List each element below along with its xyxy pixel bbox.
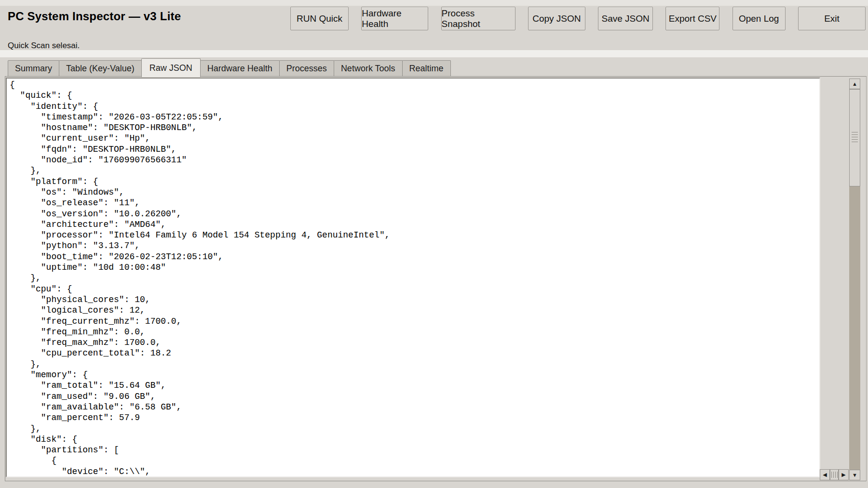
right-arrow-icon: ▶	[841, 472, 845, 478]
tab-bar: Summary Table (Key-Value) Raw JSON Hardw…	[8, 58, 450, 76]
scroll-left-button[interactable]: ◀	[820, 469, 830, 480]
app-window: { "header": { "title": "PC System Inspec…	[0, 0, 868, 488]
up-arrow-icon: ▲	[852, 81, 857, 87]
vertical-scrollbar[interactable]: ▲ ▼	[849, 79, 860, 480]
copy-json-button[interactable]: Copy JSON	[528, 7, 585, 30]
scroll-right-button[interactable]: ▶	[839, 469, 849, 480]
down-arrow-icon: ▼	[852, 472, 857, 478]
horizontal-scrollbar[interactable]: ◀ ▶	[820, 469, 849, 480]
tab-processes[interactable]: Processes	[279, 60, 334, 76]
tab-table-key-value[interactable]: Table (Key-Value)	[59, 60, 142, 76]
tab-summary[interactable]: Summary	[8, 60, 59, 76]
scroll-up-button[interactable]: ▲	[849, 79, 860, 89]
status-message: Quick Scan selesai.	[8, 41, 80, 51]
open-log-button[interactable]: Open Log	[732, 7, 786, 30]
raw-json-text[interactable]: { "quick": { "identity": { "timestamp": …	[7, 79, 819, 477]
horizontal-scrollbar-thumb[interactable]	[830, 469, 839, 480]
scrollbar-grip-icon	[852, 132, 858, 143]
scroll-down-button[interactable]: ▼	[849, 470, 860, 480]
app-title: PC System Inspector — v3 Lite	[8, 10, 181, 23]
tab-raw-json[interactable]: Raw JSON	[141, 58, 201, 77]
tab-hardware-health[interactable]: Hardware Health	[200, 60, 280, 76]
hardware-health-button[interactable]: Hardware Health	[361, 7, 428, 30]
notebook-top-strip	[0, 50, 868, 57]
vertical-scrollbar-thumb[interactable]	[849, 89, 860, 186]
tab-network-tools[interactable]: Network Tools	[334, 60, 403, 76]
left-arrow-icon: ◀	[823, 472, 827, 478]
scrollbar-grip-icon	[831, 472, 838, 478]
tab-realtime[interactable]: Realtime	[402, 60, 451, 76]
window-top-edge	[0, 0, 868, 6]
export-csv-button[interactable]: Export CSV	[665, 7, 719, 30]
vertical-scrollbar-trough[interactable]	[849, 89, 860, 470]
toolbar: RUN Quick Hardware Health Process Snapsh…	[290, 7, 866, 30]
raw-json-textarea[interactable]: { "quick": { "identity": { "timestamp": …	[6, 78, 820, 477]
exit-button[interactable]: Exit	[798, 7, 866, 30]
process-snapshot-button[interactable]: Process Snapshot	[441, 7, 515, 30]
run-quick-button[interactable]: RUN Quick	[290, 7, 349, 30]
save-json-button[interactable]: Save JSON	[598, 7, 653, 30]
